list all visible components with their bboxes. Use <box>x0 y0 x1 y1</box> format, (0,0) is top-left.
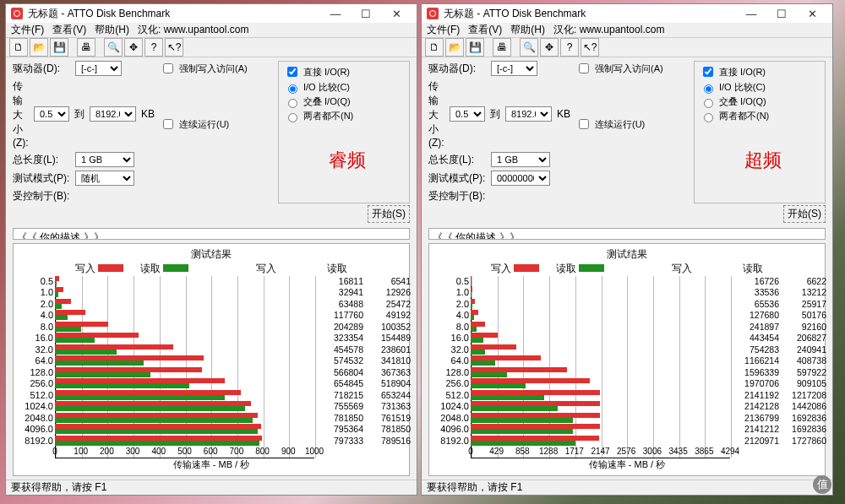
overlap-io-radio[interactable] <box>288 99 297 108</box>
chart-row: 16.0 323354 154489 <box>55 333 314 344</box>
value-write: 32941 <box>319 287 363 297</box>
maximize-button[interactable]: ☐ <box>351 4 381 23</box>
menu-view[interactable]: 查看(V) <box>52 23 86 37</box>
save-icon[interactable]: 💾 <box>466 38 484 57</box>
toolbar: 🗋 📂 💾 🖶 🔍 ✥ ? ↖? <box>6 37 417 57</box>
bar-read <box>55 350 117 355</box>
chart-row: 4.0 127680 50176 <box>471 310 730 322</box>
minimize-button[interactable]: — <box>736 4 766 23</box>
new-icon[interactable]: 🗋 <box>9 38 28 57</box>
close-button[interactable]: ✕ <box>381 4 412 23</box>
io-compare-radio[interactable] <box>288 84 297 94</box>
move-icon[interactable]: ✥ <box>540 38 559 57</box>
menu-file[interactable]: 文件(F) <box>11 23 44 37</box>
chart-row: 4.0 117760 49192 <box>55 310 314 322</box>
print-icon[interactable]: 🖶 <box>493 38 511 57</box>
continuous-checkbox[interactable] <box>163 119 173 129</box>
print-icon[interactable]: 🖶 <box>77 38 95 57</box>
start-button[interactable]: 开始(S) <box>368 205 410 223</box>
chart-row: 2048.0 781850 761519 <box>55 413 314 425</box>
y-label: 4.0 <box>437 310 471 320</box>
menu-about[interactable]: 汉化: www.upantool.com <box>553 23 664 37</box>
y-label: 512.0 <box>21 390 55 400</box>
y-label: 4.0 <box>21 310 55 320</box>
menu-help[interactable]: 帮助(H) <box>510 23 545 37</box>
value-read: 240941 <box>782 344 826 355</box>
titlebar: 无标题 - ATTO Disk Benchmark — ☐ ✕ <box>422 4 832 23</box>
help-icon[interactable]: ? <box>144 38 163 57</box>
minimize-button[interactable]: — <box>320 4 351 23</box>
direct-io-checkbox[interactable] <box>703 67 713 77</box>
overlap-io-radio[interactable] <box>704 99 713 108</box>
close-button[interactable]: ✕ <box>797 4 827 23</box>
result-title: 测试结果 <box>429 247 825 262</box>
new-icon[interactable]: 🗋 <box>425 38 444 57</box>
preview-icon[interactable]: 🔍 <box>520 38 538 57</box>
drive-select[interactable]: [-c-] <box>491 61 537 76</box>
chart-row: 64.0 574532 341810 <box>55 355 314 367</box>
bar-read <box>471 418 573 423</box>
menu-help[interactable]: 帮助(H) <box>95 23 129 37</box>
description-field[interactable]: 《《 你的描述 》》 <box>13 228 410 240</box>
value-write: 718215 <box>319 390 363 400</box>
y-label: 8.0 <box>21 322 55 332</box>
bar-read <box>55 281 57 286</box>
value-read: 238601 <box>367 344 411 355</box>
chart-row: 256.0 1970706 909105 <box>471 378 730 390</box>
continuous-checkbox[interactable] <box>579 119 589 129</box>
drive-select[interactable]: [-c-] <box>75 61 122 76</box>
preview-icon[interactable]: 🔍 <box>104 38 123 57</box>
chart-row: 16.0 443454 206827 <box>471 333 730 344</box>
help-icon[interactable]: ? <box>560 38 579 57</box>
transfer-from-select[interactable]: 0.5 <box>34 106 69 122</box>
mode-label: 测试模式(P): <box>428 171 488 186</box>
controlled-label: 受控制于(B): <box>428 189 485 203</box>
legend-write-icon <box>514 264 539 272</box>
transfer-label: 传输大小(Z): <box>428 79 446 149</box>
value-read: 761519 <box>367 413 411 423</box>
watermark-icon: 值 <box>813 475 831 494</box>
value-read: 367363 <box>367 367 411 377</box>
description-field[interactable]: 《《 你的描述 》》 <box>428 228 826 240</box>
window-left: 无标题 - ATTO Disk Benchmark — ☐ ✕ 文件(F) 查看… <box>5 3 417 496</box>
transfer-from-select[interactable]: 0.5 <box>450 106 485 122</box>
value-write: 241897 <box>735 322 779 332</box>
move-icon[interactable]: ✥ <box>124 38 143 57</box>
value-read: 731363 <box>367 401 411 411</box>
mode-select[interactable]: 00000000 <box>491 171 550 186</box>
chart-row: 1024.0 2142128 1442086 <box>471 401 730 413</box>
transfer-to-select[interactable]: 8192.0 <box>90 106 136 122</box>
bar-read <box>471 304 472 309</box>
bar-read <box>55 383 189 388</box>
value-read: 909105 <box>782 378 826 388</box>
bar-read <box>471 395 544 400</box>
force-write-checkbox[interactable] <box>579 63 589 73</box>
value-write: 781850 <box>319 413 363 423</box>
value-read: 206827 <box>782 333 826 343</box>
mode-select[interactable]: 随机 <box>75 171 134 186</box>
neither-radio[interactable] <box>704 113 713 122</box>
length-select[interactable]: 1 GB <box>75 152 134 167</box>
menu-file[interactable]: 文件(F) <box>427 23 460 37</box>
whatsthis-icon[interactable]: ↖? <box>165 38 183 57</box>
save-icon[interactable]: 💾 <box>50 38 68 57</box>
io-options-group: 直接 I/O(R) I/O 比较(C) 交叠 I/O(Q) 两者都不(N) <box>278 61 410 203</box>
io-compare-radio[interactable] <box>704 84 713 94</box>
force-write-checkbox[interactable] <box>163 63 173 73</box>
open-icon[interactable]: 📂 <box>30 38 48 57</box>
maximize-button[interactable]: ☐ <box>766 4 797 23</box>
direct-io-checkbox[interactable] <box>287 67 297 77</box>
neither-radio[interactable] <box>288 113 297 122</box>
bar-read <box>55 292 58 297</box>
menu-about[interactable]: 汉化: www.upantool.com <box>138 23 248 37</box>
bar-read <box>55 395 225 400</box>
length-select[interactable]: 1 GB <box>491 152 550 167</box>
start-button[interactable]: 开始(S) <box>783 205 826 223</box>
y-label: 64.0 <box>437 355 471 366</box>
menu-view[interactable]: 查看(V) <box>468 23 502 37</box>
y-label: 32.0 <box>21 344 55 355</box>
open-icon[interactable]: 📂 <box>445 38 464 57</box>
value-write: 127680 <box>735 310 779 320</box>
whatsthis-icon[interactable]: ↖? <box>581 38 599 57</box>
transfer-to-select[interactable]: 8192.0 <box>505 106 552 122</box>
